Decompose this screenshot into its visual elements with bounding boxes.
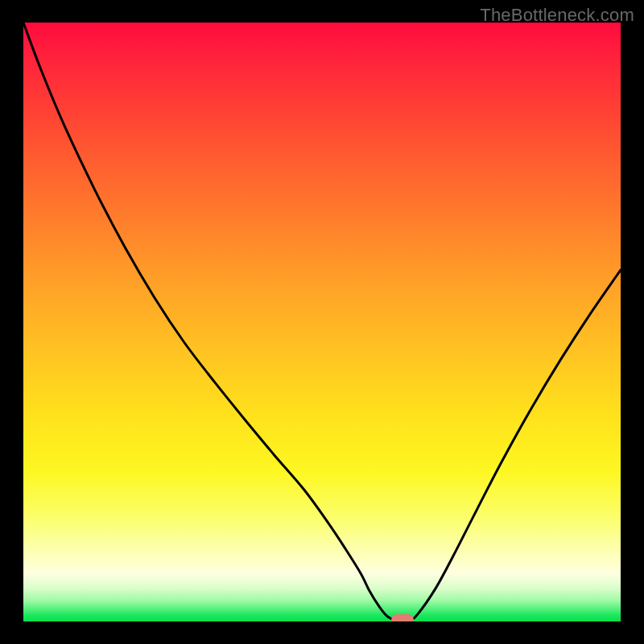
marker-point (391, 614, 414, 621)
chart-stage: TheBottleneck.com (0, 0, 644, 644)
watermark-text: TheBottleneck.com (480, 5, 634, 26)
bottleneck-curve (23, 23, 621, 621)
plot-area (23, 23, 621, 621)
